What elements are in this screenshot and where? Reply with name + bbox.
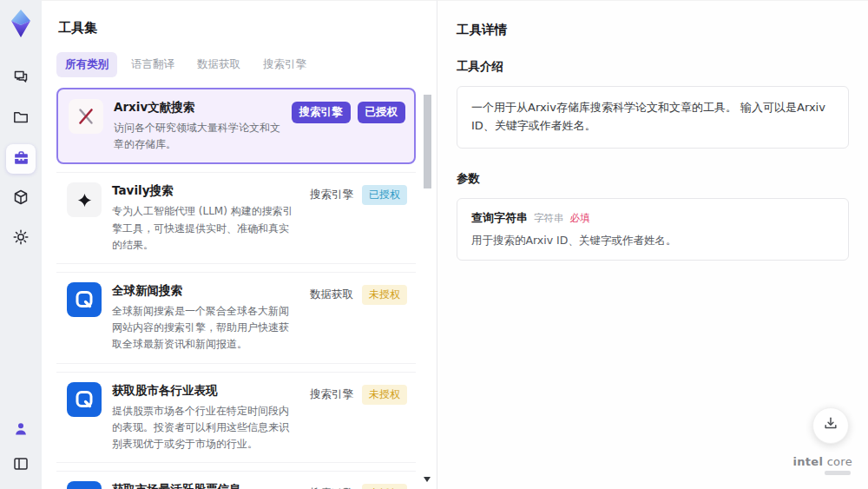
tool-name: Tavily搜索 [112,183,298,199]
param-required-flag: 必填 [570,212,590,225]
tool-card[interactable]: Arxiv文献搜索 访问各个研究领域大量科学论文和文章的存储库。 搜索引擎 已授… [56,88,416,164]
tool-status-badge: 已授权 [362,185,407,205]
q-news-icon [67,382,102,417]
tool-category-tag: 搜索引擎 [308,185,355,205]
user-icon [12,420,30,441]
sidebar-bottom [6,416,36,480]
arxiv-logo-icon [69,99,103,134]
brand-core: core [827,455,852,468]
scrollbar-down-arrow-icon[interactable] [424,477,431,482]
sidebar-item-user[interactable] [6,416,36,446]
detail-title: 工具详情 [457,22,849,38]
tool-category-tag: 搜索引擎 [308,385,355,405]
category-tab[interactable]: 搜索引擎 [254,52,315,77]
brand-sub-bar [825,471,851,475]
page-title: 工具集 [58,20,437,36]
tool-cards-list: Arxiv文献搜索 访问各个研究领域大量科学论文和文章的存储库。 搜索引擎 已授… [56,88,437,489]
chat-icon [12,69,30,89]
tool-card[interactable]: 获取股市各行业表现 提供股票市场各个行业在特定时间段内的表现。投资者可以利用这些… [56,372,416,464]
tool-description: 提供股票市场各个行业在特定时间段内的表现。投资者可以利用这些信息来识别表现优于或… [112,403,298,453]
sidebar-item-cube[interactable] [6,184,36,214]
category-tab[interactable]: 语言翻译 [122,52,183,77]
gear-icon [12,228,30,249]
sidebar-item-folder[interactable] [6,104,36,134]
cube-icon [12,188,30,209]
category-tab[interactable]: 所有类别 [56,52,117,77]
brand-intel: intel [793,455,824,468]
download-button[interactable] [812,407,849,444]
tool-category-tag: 搜索引擎 [308,484,355,489]
panel-toggle-icon [12,455,30,476]
sparkle-icon [67,182,102,217]
sidebar-item-toolbox[interactable] [6,144,36,174]
params-heading: 参数 [457,171,849,187]
q-news-icon [67,282,102,317]
folder-icon [12,109,30,129]
tool-description: 专为人工智能代理 (LLM) 构建的搜索引擎工具，可快速提供实时、准确和真实的结… [112,203,298,254]
sidebar-nav [6,64,36,254]
tool-description: 访问各个研究领域大量科学论文和文章的存储库。 [114,120,281,153]
params-box: 查询字符串 字符串 必填 用于搜索的Arxiv ID、关键字或作者姓名。 [457,198,849,261]
param-item: 查询字符串 字符串 必填 用于搜索的Arxiv ID、关键字或作者姓名。 [471,210,834,248]
tool-name: 获取市场最活跃股票信息 [112,482,298,489]
category-tabbar: 所有类别 语言翻译 数据获取 搜索引擎 [56,52,437,77]
tool-description: 全球新闻搜索是一个聚合全球各大新闻网站内容的搜索引擎，帮助用户快速获取全球最新资… [112,303,298,354]
sidebar-rail [0,0,42,489]
tools-list-panel: 工具集 所有类别 语言翻译 数据获取 搜索引擎 Arxiv文献搜索 访问各个研究… [42,0,437,489]
toolbox-icon [12,149,30,170]
tool-card[interactable]: 全球新闻搜索 全球新闻搜索是一个聚合全球各大新闻网站内容的搜索引擎，帮助用户快速… [56,272,416,364]
tool-name: 获取股市各行业表现 [112,383,298,399]
tool-status-badge: 未授权 [362,484,407,489]
app-logo-icon[interactable] [8,9,34,38]
tool-name: 全球新闻搜索 [112,283,298,299]
intro-heading: 工具介绍 [457,59,849,75]
tool-card[interactable]: 获取市场最活跃股票信息 提供当天交易量最高的股票列表。投资者可以利用这些信息来识… [56,471,416,489]
q-news-icon [67,481,102,489]
tool-intro-box: 一个用于从Arxiv存储库搜索科学论文和文章的工具。 输入可以是Arxiv ID… [457,86,849,149]
scrollbar-thumb[interactable] [424,95,431,188]
category-tab[interactable]: 数据获取 [188,52,249,77]
sidebar-item-panel-toggle[interactable] [6,451,36,480]
tool-card[interactable]: Tavily搜索 专为人工智能代理 (LLM) 构建的搜索引擎工具，可快速提供实… [56,172,416,264]
tool-status-badge: 未授权 [362,385,407,405]
tool-category-tag: 数据获取 [308,285,355,305]
sidebar-item-gear[interactable] [6,224,36,254]
tool-status-badge: 未授权 [362,285,407,305]
tool-status-badge: 已授权 [358,102,406,123]
tool-category-tag: 搜索引擎 [292,102,351,123]
app-window: 工具集 所有类别 语言翻译 数据获取 搜索引擎 Arxiv文献搜索 访问各个研究… [0,0,868,489]
param-description: 用于搜索的Arxiv ID、关键字或作者姓名。 [471,234,834,248]
download-icon [822,415,839,436]
tool-name: Arxiv文献搜索 [114,100,281,116]
param-name: 查询字符串 [471,210,528,226]
intel-core-logo: intel core [793,455,853,475]
vertical-scrollbar[interactable] [424,89,431,482]
param-type: 字符串 [534,212,564,225]
sidebar-item-chat[interactable] [6,64,36,94]
tool-detail-panel: 工具详情 工具介绍 一个用于从Arxiv存储库搜索科学论文和文章的工具。 输入可… [437,0,868,489]
